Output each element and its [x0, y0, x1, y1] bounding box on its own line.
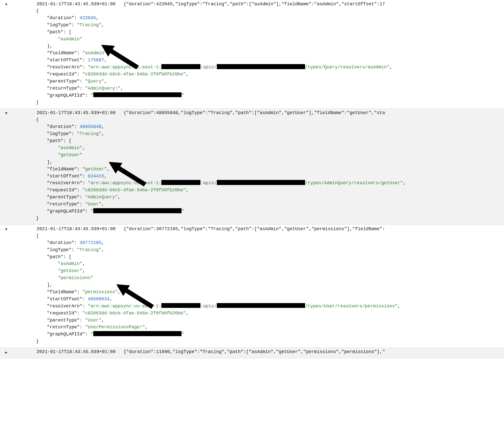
log-timestamp: 2021-01-17T18:43:45.939+01:00	[13, 2, 124, 7]
expand-toggle-icon[interactable]: ▼	[0, 110, 13, 115]
log-summary: {"duration":11990,"logType":"Tracing","p…	[124, 349, 504, 354]
log-json-body: { "duration": 30772185, "logType": "Trac…	[0, 232, 504, 345]
log-row[interactable]: ▼2021-01-17T18:43:45.939+01:00{"duration…	[0, 109, 504, 225]
expand-toggle-icon[interactable]: ▼	[0, 226, 13, 231]
log-summary: {"duration":48855848,"logType":"Tracing"…	[124, 110, 504, 115]
log-summary: {"duration":30772185,"logType":"Tracing"…	[124, 226, 504, 231]
log-timestamp: 2021-01-17T18:43:45.939+01:00	[13, 349, 124, 354]
log-timestamp: 2021-01-17T18:43:45.939+01:00	[13, 226, 124, 231]
log-row-header[interactable]: ▼2021-01-17T18:43:45.939+01:00{"duration…	[0, 109, 504, 116]
expand-toggle-icon[interactable]: ▶	[0, 349, 13, 355]
log-json-body: { "duration": 48855848, "logType": "Trac…	[0, 116, 504, 222]
log-row-header[interactable]: ▼2021-01-17T18:43:45.939+01:00{"duration…	[0, 225, 504, 232]
log-row-header[interactable]: ▶2021-01-17T18:43:45.939+01:00{"duration…	[0, 348, 504, 356]
log-json-body: { "duration": 422045, "logType": "Tracin…	[0, 8, 504, 106]
log-timestamp: 2021-01-17T18:43:45.939+01:00	[13, 110, 124, 115]
expand-toggle-icon[interactable]: ▼	[0, 2, 13, 7]
log-row[interactable]: ▼2021-01-17T18:43:45.939+01:00{"duration…	[0, 225, 504, 348]
log-summary: {"duration":422045,"logType":"Tracing","…	[124, 2, 504, 7]
log-list: ▼2021-01-17T18:43:45.939+01:00{"duration…	[0, 0, 504, 358]
log-row[interactable]: ▶2021-01-17T18:43:45.939+01:00{"duration…	[0, 348, 504, 358]
log-row-header[interactable]: ▼2021-01-17T18:43:45.939+01:00{"duration…	[0, 0, 504, 8]
log-row[interactable]: ▼2021-01-17T18:43:45.939+01:00{"duration…	[0, 0, 504, 109]
